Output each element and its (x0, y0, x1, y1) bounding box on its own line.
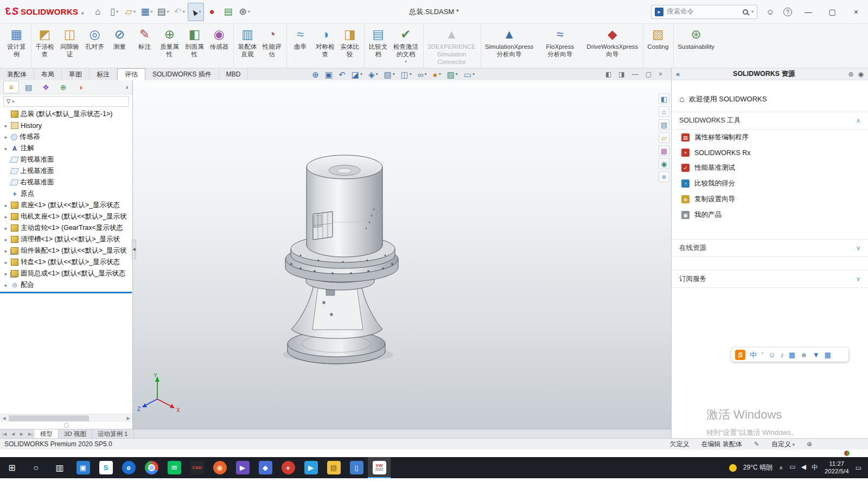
tree-flyout-arrow[interactable]: › (126, 84, 132, 91)
app-display[interactable]: ▣ (72, 457, 94, 478)
save-icon[interactable]: ▦ (138, 3, 155, 21)
expand-arrow-icon[interactable]: ▸ (3, 203, 9, 208)
app-red[interactable]: ● (277, 457, 299, 478)
ime-skin-icon[interactable]: ▼ (813, 351, 820, 358)
scroll-left-icon[interactable]: ◀ (0, 416, 8, 421)
model-tab[interactable]: 模型 (35, 429, 59, 438)
edit-appearance-icon[interactable]: ● (433, 70, 441, 79)
assembly-3d-model[interactable]: Y X Z (133, 80, 671, 429)
ribbon-button[interactable]: ≈ FloXpress 分析向导 (536, 24, 584, 68)
welcome-link[interactable]: ⌂ 欢迎使用 SOLIDWORKS (679, 94, 860, 104)
scrollbar-thumb[interactable] (9, 415, 89, 421)
tab-nav-arrow[interactable]: ◀ (9, 429, 17, 438)
ime-keyboard-icon[interactable]: ▦ (789, 351, 795, 358)
app-sogou[interactable]: S (94, 457, 117, 478)
ribbon-button[interactable]: ⊕ 质量属 性 (157, 24, 182, 68)
ribbon-button[interactable]: ◑ 对称检 查 (313, 24, 338, 68)
tab-nav-arrow[interactable]: |◀ (0, 429, 9, 438)
ribbon-button[interactable]: ◎ 孔对齐 (82, 24, 107, 68)
tree-item[interactable]: ▸ 主动齿轮<1> (GearTrax<显示状态 (0, 222, 132, 234)
print-icon[interactable]: ▤ (155, 3, 171, 21)
ribbon-button[interactable]: ▥ 装配体 直观 (235, 24, 260, 68)
scroll-right-icon[interactable]: ▶ (124, 416, 132, 421)
tree-item[interactable]: 总装 (默认<默认_显示状态-1>) (0, 108, 132, 120)
sogou-logo-icon[interactable]: S (735, 350, 745, 360)
tree-item[interactable]: 上视基准面 (0, 165, 132, 177)
section-subscription[interactable]: 订阅服务 ∨ (672, 270, 868, 288)
app-browser-orange[interactable]: ◉ (208, 457, 231, 478)
ribbon-button[interactable]: ✎ 标注 (132, 24, 157, 68)
pane-right-icon[interactable]: ◨ (618, 70, 624, 78)
command-tab[interactable]: 草图 (62, 68, 90, 80)
expand-arrow-icon[interactable]: ▸ (3, 271, 9, 277)
tree-item[interactable]: 原点 (0, 188, 132, 200)
scene-icon[interactable]: ◉ (659, 158, 669, 169)
ribbon-button[interactable]: ◆ DriveWorksXpress 向导 (584, 24, 643, 68)
help-icon[interactable]: ? (779, 0, 796, 24)
ime-chinese-icon[interactable]: 中 (750, 351, 757, 358)
expand-arrow-icon[interactable]: ▸ (3, 237, 9, 242)
tree-item[interactable]: ▸ 注解 (0, 143, 132, 154)
search-dropdown-icon[interactable]: ▾ (751, 9, 754, 14)
rebuild-icon[interactable]: ● (204, 3, 220, 21)
taskpane-gear-icon[interactable]: ⊛ (848, 70, 853, 78)
hide-show-items-icon[interactable]: ∞ (418, 70, 427, 79)
command-tab[interactable]: 装配体 (0, 68, 34, 80)
pane-restore-icon[interactable]: ▢ (646, 70, 652, 78)
weather-text[interactable]: 29°C 晴朗 (743, 463, 773, 472)
tree-item[interactable]: ▸ 底座<1> (默认<<默认>_显示状态 (0, 200, 132, 211)
search-icon[interactable]: ○ (24, 457, 48, 478)
ribbon-button[interactable]: ▲ SimulationXpress 分析向导 (482, 24, 536, 68)
section-view-icon[interactable]: ◪ (352, 70, 362, 79)
ribbon-button[interactable]: ▦ 设计算 例 (4, 24, 31, 68)
tray-pc-icon[interactable]: ▭ (789, 463, 795, 472)
windows-start-icon[interactable]: ⊞ (0, 457, 24, 478)
minimize-button[interactable]: — (796, 0, 820, 24)
rollback-bar[interactable] (0, 292, 132, 293)
ribbon-button[interactable]: ◨ 实体比 较 (338, 24, 365, 68)
command-tab[interactable]: SOLIDWORKS 插件 (145, 68, 219, 80)
tree-item[interactable]: ▸ 电机支座<1> (默认<<默认>_显示状 (0, 211, 132, 222)
file-properties-icon[interactable]: ▤ (220, 3, 237, 21)
graphics-viewport[interactable]: Y X Z ◧ ⌂ ▤ ▱ ▩ ◉ ≡ (133, 80, 671, 429)
command-search-box[interactable]: ▸ 搜索命令 ▾ (651, 5, 757, 19)
expand-arrow-icon[interactable]: ▸ (3, 146, 9, 151)
ribbon-button[interactable]: ▲ 3DEXPERIENCE Simulation Connector (425, 24, 481, 68)
expand-arrow-icon[interactable]: ▸ (3, 214, 9, 220)
command-tab[interactable]: 布局 (34, 68, 62, 80)
home-icon[interactable]: ⌂ (90, 3, 106, 21)
globe-icon[interactable]: ⊕ (807, 440, 812, 448)
folder-icon[interactable]: ▱ (659, 132, 669, 143)
maximize-button[interactable]: ▢ (820, 0, 844, 24)
ribbon-button[interactable]: ≈ 曲率 (288, 24, 313, 68)
app-notes[interactable]: ▤ (322, 457, 345, 478)
model-tab[interactable]: 运动算例 1 (92, 429, 134, 438)
tree-item[interactable]: ▸ 传感器 (0, 131, 132, 143)
ribbon-button[interactable]: ▤ 比较文 档 (366, 24, 391, 68)
chevron-up-icon[interactable]: ∧ (856, 117, 860, 124)
tree-item[interactable]: ▸ 组件装配<1> (默认<<默认>_显示状 (0, 245, 132, 256)
tree-item[interactable]: ▸ History (0, 120, 132, 131)
model-tab[interactable]: 3D 视图 (59, 429, 92, 438)
filter-dropdown-icon[interactable]: ▾ (12, 99, 14, 104)
ime-toolbox-icon[interactable]: ▦ (825, 351, 831, 358)
tree-filter-box[interactable]: ∇ ▾ (3, 96, 129, 107)
ime-punctuation-icon[interactable]: ’ (762, 351, 763, 358)
options-gear-icon[interactable]: ⊛ (237, 3, 253, 21)
view-orientation-icon[interactable]: ▧ (384, 70, 394, 79)
select-cursor-icon[interactable]: ▲ (188, 3, 204, 21)
ribbon-button[interactable]: ▧ Costing (644, 24, 674, 68)
taskpane-tool-item[interactable]: ⊛ 复制设置向导 (672, 191, 868, 207)
search-input[interactable]: 搜索命令 (667, 7, 739, 16)
taskpane-collapse-icon[interactable]: « (676, 70, 680, 78)
tree-collapse-handle[interactable]: ◀ (132, 240, 136, 259)
tree-item[interactable]: 前视基准面 (0, 154, 132, 165)
tray-expand-icon[interactable]: ∧ (779, 465, 783, 471)
tree-item[interactable]: ▸ 配合 (0, 279, 132, 291)
turret-assembly[interactable] (283, 155, 398, 364)
ribbon-button[interactable]: ◉ 传感器 (207, 24, 234, 68)
ime-emoji-icon[interactable]: ☺ (768, 351, 775, 358)
command-tab[interactable]: MBD (219, 68, 248, 80)
tree-item[interactable]: ▸ 转盘<1> (默认<<默认>_显示状态 (0, 256, 132, 268)
ime-account-icon[interactable]: ☻ (800, 351, 808, 358)
